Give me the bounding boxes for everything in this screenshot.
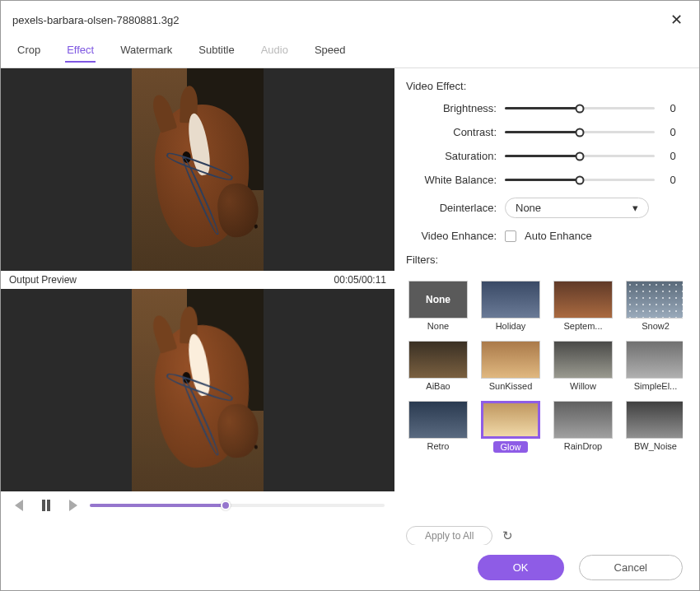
ok-button[interactable]: OK <box>478 555 564 580</box>
preview-time: 00:05/00:11 <box>334 274 386 286</box>
svg-rect-1 <box>42 500 45 511</box>
filter-name: RainDrop <box>564 441 602 451</box>
tabs: CropEffectWatermarkSubtitleAudioSpeed <box>1 35 699 68</box>
filter-thumb-aibao[interactable] <box>408 341 468 379</box>
tab-audio: Audio <box>259 39 290 63</box>
filter-name: Glow <box>493 441 527 453</box>
svg-marker-0 <box>15 500 23 511</box>
filter-name: SimpleEl... <box>634 381 678 391</box>
deinterlace-value: None <box>516 202 541 214</box>
deinterlace-select[interactable]: None ▾ <box>505 198 649 218</box>
filter-thumb-sunkissed[interactable] <box>481 341 540 379</box>
tab-subtitle[interactable]: Subtitle <box>197 39 236 63</box>
svg-rect-2 <box>47 500 50 511</box>
filters-grid: NoneNoneHolidaySeptem...Snow2AiBaoSunKis… <box>406 281 683 458</box>
filter-name: Snow2 <box>642 321 670 331</box>
filter-thumb-snow2[interactable] <box>626 281 683 319</box>
auto-enhance-text: Auto Enhance <box>525 230 592 242</box>
video-enhance-label: Video Enhance: <box>406 230 497 242</box>
filter-thumb-septem[interactable] <box>553 281 613 319</box>
filter-name: None <box>427 321 449 331</box>
filter-name: Septem... <box>563 321 602 331</box>
original-preview <box>1 68 394 271</box>
prev-button[interactable] <box>11 496 29 514</box>
output-preview <box>1 289 394 491</box>
filter-thumb-simpleel[interactable] <box>626 341 683 379</box>
window-title: pexels-barbara-olsen-7880881.3g2 <box>12 14 665 26</box>
filter-thumb-glow[interactable] <box>481 401 540 439</box>
filter-thumb-retro[interactable] <box>408 401 468 439</box>
filter-name: Retro <box>427 441 450 451</box>
slider-value-0: 0 <box>663 102 683 114</box>
filter-name: Willow <box>570 381 596 391</box>
slider-value-1: 0 <box>663 126 683 138</box>
filter-thumb-raindrop[interactable] <box>553 401 613 439</box>
cancel-button[interactable]: Cancel <box>579 555 683 580</box>
slider-whitebalance[interactable] <box>505 179 655 181</box>
filter-thumb-bw_noise[interactable] <box>626 401 683 439</box>
slider-brightness[interactable] <box>505 107 655 109</box>
video-effect-label: Video Effect: <box>406 80 683 92</box>
close-button[interactable]: ✕ <box>665 9 688 30</box>
slider-contrast[interactable] <box>505 131 655 133</box>
filter-name: SunKissed <box>489 381 533 391</box>
deinterlace-label: Deinterlace: <box>406 202 497 214</box>
chevron-down-icon: ▾ <box>632 202 638 214</box>
filters-label: Filters: <box>406 254 683 266</box>
filter-thumb-none[interactable]: None <box>408 281 468 319</box>
tab-speed[interactable]: Speed <box>313 39 348 63</box>
slider-saturation[interactable] <box>505 155 655 157</box>
tab-effect[interactable]: Effect <box>65 39 96 63</box>
reset-icon[interactable]: ↻ <box>502 528 513 543</box>
slider-label-1: Contrast: <box>406 126 497 138</box>
next-button[interactable] <box>63 496 82 514</box>
filter-thumb-willow[interactable] <box>553 341 613 379</box>
filter-name: BW_Noise <box>634 441 677 451</box>
filter-name: AiBao <box>426 381 450 391</box>
output-preview-label: Output Preview <box>9 274 77 286</box>
tab-crop[interactable]: Crop <box>16 39 42 63</box>
svg-marker-3 <box>69 500 77 511</box>
slider-value-3: 0 <box>663 174 683 186</box>
pause-button[interactable] <box>37 496 55 514</box>
filter-thumb-holiday[interactable] <box>481 281 540 319</box>
tab-watermark[interactable]: Watermark <box>119 39 174 63</box>
slider-label-0: Brightness: <box>406 102 497 114</box>
slider-value-2: 0 <box>663 150 683 162</box>
slider-label-2: Saturation: <box>406 150 497 162</box>
filter-name: Holiday <box>496 321 526 331</box>
apply-to-all-button[interactable]: Apply to All <box>406 526 492 546</box>
auto-enhance-checkbox[interactable] <box>505 230 516 242</box>
playback-slider[interactable] <box>90 504 385 507</box>
slider-label-3: White Balance: <box>406 174 497 186</box>
